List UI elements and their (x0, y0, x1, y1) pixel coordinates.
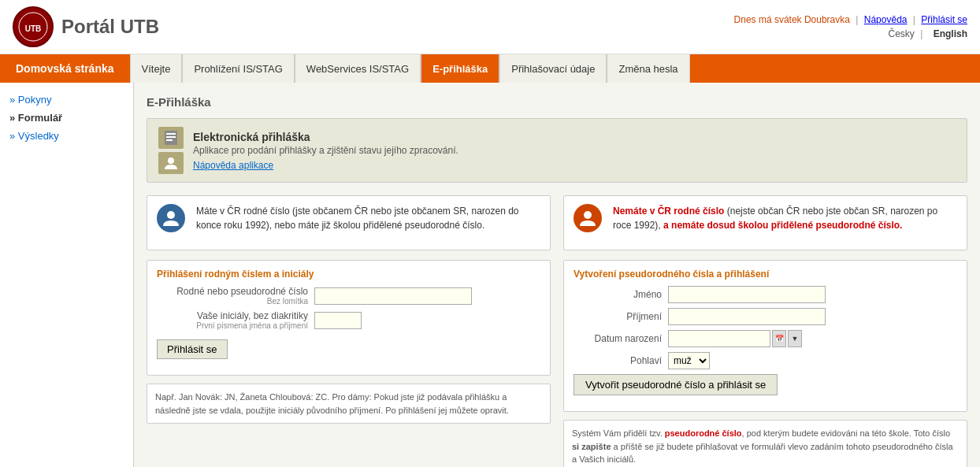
example-box: Např. Jan Novák: JN, Žaneta Chloubová: Z… (147, 384, 551, 424)
label-datum: Datum narození (574, 333, 668, 344)
lang-cs[interactable]: Česky (889, 28, 915, 39)
create-form-section: Vytvoření pseudorodného čísla a přihláše… (563, 260, 967, 412)
create-button[interactable]: Vytvořit pseudorodné číslo a přihlásit s… (574, 374, 778, 395)
login-button[interactable]: Přihlásit se (157, 339, 228, 359)
avatar-blue-icon (157, 204, 185, 232)
col-left: Máte v ČR rodné číslo (jste občanem ČR n… (147, 195, 551, 467)
lang-sep: | (920, 28, 922, 39)
label-pohlavi: Pohlaví (574, 355, 668, 366)
tab-eprihlaska[interactable]: E-přihláška (421, 54, 499, 83)
login-link[interactable]: Přihlásit se (921, 14, 967, 25)
calendar-button[interactable]: 📅 (772, 330, 786, 347)
pohlavi-select[interactable]: muž žena (668, 352, 710, 369)
user-text-red: Nemáte v ČR rodné číslo (613, 206, 724, 217)
example-text: Např. Jan Novák: JN, Žaneta Chloubová: Z… (155, 392, 509, 415)
app-info-text: Elektronická přihláška Aplikace pro podá… (193, 131, 458, 171)
app-icon-group (158, 127, 184, 174)
datum-input[interactable] (668, 330, 770, 347)
portal-title: Portál UTB (61, 16, 159, 38)
user-type-box-left: Máte v ČR rodné číslo (jste občanem ČR n… (147, 195, 551, 250)
avatar-left (157, 204, 188, 235)
avatar-right (574, 204, 605, 235)
create-form-title: Vytvoření pseudorodného čísla a přihláše… (574, 269, 957, 280)
login-form-title: Přihlášení rodným číslem a iniciály (157, 269, 540, 280)
sep1: | (856, 14, 858, 25)
label-jmeno: Jméno (574, 289, 668, 300)
form-row-jmeno: Jméno (574, 286, 957, 303)
app-info-box: Elektronická přihláška Aplikace pro podá… (147, 118, 967, 183)
page-title: E-Přihláška (147, 95, 967, 109)
avatar-red-icon (574, 204, 602, 232)
tab-webservices[interactable]: WebServices IS/STAG (295, 54, 421, 83)
lang-en[interactable]: English (934, 28, 967, 39)
logo-area: UTB Portál UTB (13, 6, 159, 47)
holiday-notice: Dnes má svátek Doubravka | Nápověda | Př… (734, 14, 967, 25)
svg-point-7 (167, 211, 175, 219)
form-row-prijmeni: Příjmení (574, 308, 957, 325)
svg-rect-5 (166, 139, 173, 141)
svg-point-8 (584, 211, 592, 219)
top-right-links: Dnes má svátek Doubravka | Nápověda | Př… (734, 14, 967, 39)
info-box: Systém Vám přidělí tzv. pseudorodné čísl… (563, 420, 967, 467)
label-rc-sub: Bez lomítka (157, 297, 308, 306)
form-row-datum: Datum narození 📅 ▼ (574, 330, 957, 347)
label-rc: Rodné nebo pseudorodné číslo Bez lomítka (157, 286, 314, 306)
tab-prihlasovaci[interactable]: Přihlašovací údaje (499, 54, 607, 83)
nav-home[interactable]: Domovská stránka (0, 54, 130, 83)
calendar-button-2[interactable]: ▼ (788, 330, 802, 347)
label-initials: Vaše iniciály, bez diakritiky První písm… (157, 310, 314, 330)
label-initials-sub: První písmena jména a příjmení (157, 321, 308, 330)
user-type-text-left: Máte v ČR rodné číslo (jste občanem ČR n… (196, 204, 540, 232)
sidebar-item-vysledky[interactable]: » Výsledky (0, 127, 133, 145)
app-help-link[interactable]: Nápověda aplikace (193, 160, 273, 171)
prijmeni-input[interactable] (668, 308, 826, 325)
svg-rect-4 (166, 136, 176, 138)
user-type-box-right: Nemáte v ČR rodné číslo (nejste občan ČR… (563, 195, 967, 250)
tab-prohli[interactable]: Prohlížení IS/STAG (182, 54, 294, 83)
login-form-section: Přihlášení rodným číslem a iniciály Rodn… (147, 260, 551, 376)
app-icon-form (158, 127, 184, 149)
app-icon-user (158, 152, 184, 174)
date-field-wrap: 📅 ▼ (668, 330, 802, 347)
jmeno-input[interactable] (668, 286, 826, 303)
content-area: E-Přihláška Elektronická přihláška Aplik… (134, 83, 980, 467)
user-type-text-right: Nemáte v ČR rodné číslo (nejste občan ČR… (613, 204, 957, 232)
nav-bar: Domovská stránka Vítejte Prohlížení IS/S… (0, 54, 980, 83)
sep2: | (913, 14, 915, 25)
main-layout: » Pokyny » Formulář » Výsledky E-Přihláš… (0, 83, 980, 467)
form-row-initials: Vaše iniciály, bez diakritiky První písm… (157, 310, 540, 330)
sidebar-item-pokyny[interactable]: » Pokyny (0, 91, 133, 109)
help-link[interactable]: Nápověda (864, 14, 908, 25)
form-row-rc: Rodné nebo pseudorodné číslo Bez lomítka (157, 286, 540, 306)
app-info-desc: Aplikace pro podání přihlášky a zjištění… (193, 145, 458, 156)
user-text-orange: a nemáte dosud školou přidělené pseudoro… (663, 220, 902, 231)
sidebar: » Pokyny » Formulář » Výsledky (0, 83, 134, 467)
col-right: Nemáte v ČR rodné číslo (nejste občan ČR… (563, 195, 967, 467)
tab-vitejte[interactable]: Vítejte (130, 54, 183, 83)
label-prijmeni: Příjmení (574, 311, 668, 322)
logo-icon: UTB (13, 6, 54, 47)
sidebar-item-formular[interactable]: » Formulář (0, 109, 133, 127)
two-cols: Máte v ČR rodné číslo (jste občanem ČR n… (147, 195, 967, 467)
rc-input[interactable] (314, 287, 472, 305)
app-info-title: Elektronická přihláška (193, 131, 458, 143)
language-switcher: Česky | English (734, 28, 967, 39)
holiday-text: Dnes má svátek Doubravka (734, 14, 850, 25)
tab-zmena-hesla[interactable]: Změna hesla (607, 54, 689, 83)
form-row-pohlavi: Pohlaví muž žena (574, 352, 957, 369)
svg-rect-3 (166, 133, 176, 135)
svg-point-6 (168, 158, 174, 164)
svg-text:UTB: UTB (25, 24, 42, 33)
initials-input[interactable] (314, 312, 362, 329)
top-bar: UTB Portál UTB Dnes má svátek Doubravka … (0, 0, 980, 54)
